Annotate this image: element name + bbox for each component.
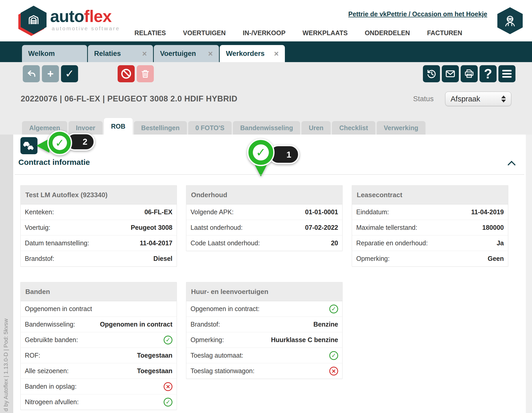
confirm-button[interactable]: ✓ bbox=[61, 65, 78, 82]
row-label: Datum tenaamstelling: bbox=[25, 239, 89, 247]
plus-icon: + bbox=[47, 68, 54, 79]
subtab-label: Bestellingen bbox=[141, 124, 180, 132]
row-value: Benzine bbox=[313, 321, 338, 328]
tab-welkom[interactable]: Welkom bbox=[22, 45, 87, 62]
table-row: Brandstof: Diesel bbox=[21, 251, 177, 266]
row-label: Banden in opslag: bbox=[25, 383, 77, 390]
close-icon[interactable]: × bbox=[274, 50, 279, 58]
add-button[interactable]: + bbox=[42, 65, 59, 82]
tab-voertuigen[interactable]: Voertuigen × bbox=[154, 45, 219, 62]
nav-in-verkoop[interactable]: IN-/VERKOOP bbox=[243, 29, 285, 37]
section-check-marker[interactable]: 1 ✓ bbox=[247, 139, 275, 166]
tab-werkorders[interactable]: Werkorders × bbox=[220, 45, 285, 62]
status-select[interactable]: Afspraak bbox=[445, 92, 511, 106]
brand-tagline: automotive software bbox=[50, 25, 120, 32]
row-value: 01-01-0001 bbox=[305, 208, 338, 216]
row-value: 180000 bbox=[482, 224, 504, 231]
status-cross-icon: × bbox=[164, 382, 172, 391]
nav-werkplaats[interactable]: WERKPLAATS bbox=[302, 29, 348, 37]
row-label: Opmerking: bbox=[356, 255, 390, 262]
mail-button[interactable] bbox=[442, 65, 459, 82]
subtab-label: Verwerking bbox=[384, 124, 418, 132]
row-label: Brandstof: bbox=[191, 321, 220, 328]
card-title: Huur- en leenvoertuigen bbox=[186, 282, 342, 301]
status-check-icon: ✓ bbox=[329, 351, 338, 360]
history-button[interactable] bbox=[423, 65, 440, 82]
hamburger-icon bbox=[502, 68, 512, 79]
subtab-label: Checklist bbox=[339, 124, 368, 132]
vehicles-shortcut-button[interactable] bbox=[20, 137, 37, 154]
close-icon[interactable]: × bbox=[208, 50, 213, 58]
subtab-fotos[interactable]: 0 FOTO'S bbox=[188, 121, 232, 135]
history-icon bbox=[426, 68, 437, 79]
subtab-bandenwisseling[interactable]: Bandenwisseling bbox=[233, 121, 300, 135]
table-row: Bandenwisseling: Opgenomen in contract bbox=[21, 317, 177, 332]
nav-voertuigen[interactable]: VOERTUIGEN bbox=[183, 29, 226, 37]
question-icon: ? bbox=[484, 67, 492, 80]
card-title: Onderhoud bbox=[186, 186, 342, 204]
cards-row-1: Test LM Autoflex (923340) Kenteken: 06-F… bbox=[20, 185, 508, 267]
toolbar-right-group: ? bbox=[423, 65, 515, 82]
status-check-icon: ✓ bbox=[329, 305, 338, 313]
cancel-button[interactable] bbox=[118, 65, 135, 82]
nav-onderdelen[interactable]: ONDERDELEN bbox=[365, 29, 410, 37]
help-button[interactable]: ? bbox=[480, 65, 497, 82]
tab-label: Werkorders bbox=[226, 50, 265, 58]
row-value: Diesel bbox=[153, 255, 172, 262]
subtab-uren[interactable]: Uren bbox=[301, 121, 331, 135]
card-title: Leasecontract bbox=[352, 186, 508, 204]
table-row: Reparatie en onderhoud: Ja bbox=[352, 235, 508, 251]
table-row: Code Laatst onderhoud: 20 bbox=[186, 235, 342, 251]
table-row: Toeslag stationwagon: × bbox=[186, 363, 342, 379]
subtab-invoer[interactable]: Invoer bbox=[69, 121, 102, 135]
section-divider bbox=[15, 174, 524, 175]
scrollbar[interactable] bbox=[526, 135, 532, 413]
version-vertical-text: d by Autoflex | 1.13.0-D | Pod: 5kvsw bbox=[3, 319, 9, 411]
user-avatar[interactable] bbox=[497, 7, 523, 34]
table-row: Brandstof: Benzine bbox=[186, 317, 342, 332]
card-contract-holder: Test LM Autoflex (923340) Kenteken: 06-F… bbox=[20, 185, 177, 267]
row-label: Opgenomen in contract: bbox=[191, 305, 260, 313]
table-row: Voertuig: Peugeot 3008 bbox=[21, 220, 177, 235]
card-huur-leenvoertuigen: Huur- en leenvoertuigen Opgenomen in con… bbox=[186, 282, 343, 379]
card-banden: Banden Opgenomen in contract Bandenwisse… bbox=[20, 282, 177, 410]
row-value: 06-FL-EX bbox=[145, 208, 172, 216]
tab-relaties[interactable]: Relaties × bbox=[88, 45, 153, 62]
workorder-title-row: 20220076 | 06-FL-EX | PEUGEOT 3008 2.0 H… bbox=[0, 86, 532, 112]
row-value: 11-04-2017 bbox=[140, 239, 172, 247]
table-row: Opmerking: Huurklasse C benzine bbox=[186, 332, 342, 348]
row-value: 07-02-2022 bbox=[305, 224, 338, 231]
autoflex-logo[interactable]: autoflex automotive software bbox=[20, 5, 120, 35]
row-label: ROF: bbox=[25, 352, 40, 359]
table-row: ROF: Toegestaan bbox=[21, 348, 177, 363]
nav-facturen[interactable]: FACTUREN bbox=[427, 29, 462, 37]
user-account-link[interactable]: Pettrie de vkPettrie / Occasion om het H… bbox=[348, 10, 487, 18]
subtab-label: ROB bbox=[111, 123, 126, 130]
subtab-rob[interactable]: ROB bbox=[104, 118, 133, 135]
cards-row-2: Banden Opgenomen in contract Bandenwisse… bbox=[20, 282, 508, 410]
table-row: Opgenomen in contract bbox=[21, 301, 177, 317]
person-icon bbox=[503, 13, 518, 28]
card-title: Test LM Autoflex (923340) bbox=[21, 186, 177, 204]
nav-relaties[interactable]: RELATIES bbox=[134, 29, 166, 37]
select-arrows-icon bbox=[501, 95, 506, 102]
undo-button[interactable] bbox=[23, 65, 40, 82]
check-icon: ✓ bbox=[253, 144, 269, 160]
subtab-bestellingen[interactable]: Bestellingen bbox=[134, 121, 187, 135]
delete-button[interactable] bbox=[137, 65, 154, 82]
subtab-checklist[interactable]: Checklist bbox=[332, 121, 375, 135]
table-row: Volgende APK: 01-01-0001 bbox=[186, 204, 342, 220]
menu-button[interactable] bbox=[498, 65, 515, 82]
card-title: Banden bbox=[21, 282, 177, 301]
row-label: Nitrogeen afvullen: bbox=[25, 398, 79, 406]
status-value: Afspraak bbox=[451, 95, 480, 103]
chevron-up-icon[interactable] bbox=[507, 161, 515, 169]
table-row: Kenteken: 06-FL-EX bbox=[21, 204, 177, 220]
print-button[interactable] bbox=[461, 65, 478, 82]
row-value: Toegestaan bbox=[137, 352, 172, 359]
subtab-verwerking[interactable]: Verwerking bbox=[377, 121, 425, 135]
close-icon[interactable]: × bbox=[142, 50, 147, 58]
subtab-label: Uren bbox=[309, 124, 323, 132]
row-value: Ja bbox=[497, 239, 504, 247]
vehicles-check-marker[interactable]: 2 ✓ bbox=[36, 130, 72, 155]
